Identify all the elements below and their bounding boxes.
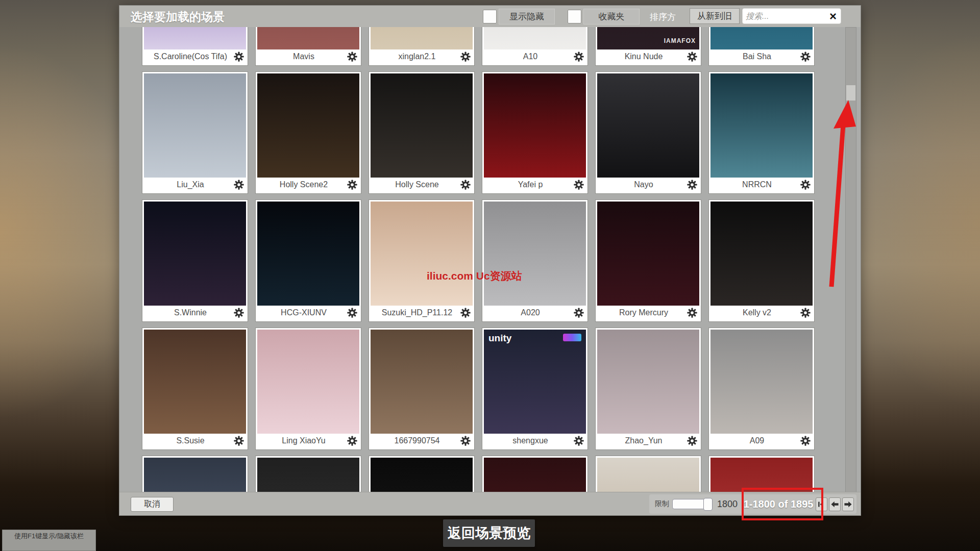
- show-hidden-label[interactable]: 显示隐藏: [499, 9, 555, 24]
- scene-thumbnail[interactable]: [257, 202, 359, 306]
- gear-icon[interactable]: [233, 51, 244, 62]
- scene-thumbnail[interactable]: [710, 202, 813, 306]
- first-page-button[interactable]: [816, 497, 827, 511]
- scene-card[interactable]: S.Caroline(Cos Tifa): [142, 27, 248, 66]
- gear-icon[interactable]: [233, 307, 244, 318]
- prev-page-button[interactable]: [829, 497, 841, 511]
- scene-card[interactable]: [482, 456, 588, 493]
- scene-thumbnail[interactable]: [144, 73, 246, 178]
- scene-thumbnail[interactable]: [710, 27, 813, 49]
- gear-icon[interactable]: [460, 435, 471, 446]
- gear-icon[interactable]: [687, 435, 698, 446]
- scene-card[interactable]: [255, 456, 361, 493]
- return-scene-preview-button[interactable]: 返回场景预览: [443, 519, 535, 547]
- scene-thumbnail[interactable]: unity: [484, 330, 586, 434]
- scene-thumbnail[interactable]: [597, 202, 699, 306]
- show-hidden-toggle[interactable]: 显示隐藏: [483, 8, 555, 24]
- scene-card[interactable]: Rory Mercury: [595, 199, 701, 322]
- gear-icon[interactable]: [687, 179, 698, 190]
- scene-card[interactable]: Bai Sha: [708, 27, 815, 66]
- search-input[interactable]: [746, 12, 828, 21]
- scene-thumbnail[interactable]: [484, 73, 586, 178]
- scrollbar-thumb[interactable]: [846, 85, 855, 101]
- scene-thumbnail[interactable]: [597, 330, 699, 434]
- scene-thumbnail[interactable]: [257, 458, 359, 493]
- scene-card[interactable]: xinglan2.1: [369, 27, 475, 66]
- favorites-label[interactable]: 收藏夹: [583, 9, 640, 24]
- scene-thumbnail[interactable]: [144, 27, 246, 49]
- gear-icon[interactable]: [347, 179, 358, 190]
- scene-thumbnail[interactable]: [257, 27, 359, 49]
- gear-icon[interactable]: [687, 51, 698, 62]
- scene-thumbnail[interactable]: IAMAFOX: [597, 27, 699, 49]
- gear-icon[interactable]: [800, 307, 811, 318]
- scene-card[interactable]: Ling XiaoYu: [255, 328, 361, 450]
- gear-icon[interactable]: [460, 179, 471, 190]
- scene-card[interactable]: Holly Scene: [369, 71, 475, 194]
- gear-icon[interactable]: [573, 179, 584, 190]
- gear-icon[interactable]: [687, 307, 698, 318]
- cancel-button[interactable]: 取消: [131, 497, 174, 512]
- scene-card[interactable]: A09: [708, 328, 815, 450]
- scene-card[interactable]: Holly Scene2: [255, 71, 361, 194]
- favorites-toggle[interactable]: 收藏夹: [568, 8, 640, 24]
- scene-card[interactable]: [369, 456, 475, 493]
- grid-scrollbar[interactable]: [845, 27, 856, 493]
- scene-card[interactable]: Kelly v2: [708, 199, 815, 322]
- scene-thumbnail[interactable]: [710, 330, 813, 434]
- gear-icon[interactable]: [347, 307, 358, 318]
- scene-thumbnail[interactable]: [371, 202, 473, 306]
- scene-card[interactable]: A10: [482, 27, 588, 66]
- gear-icon[interactable]: [460, 307, 471, 318]
- scene-card[interactable]: A020: [482, 199, 588, 322]
- scene-thumbnail[interactable]: [597, 73, 699, 178]
- gear-icon[interactable]: [233, 179, 244, 190]
- scene-thumbnail[interactable]: [257, 330, 359, 434]
- scene-thumbnail[interactable]: [484, 27, 586, 49]
- gear-icon[interactable]: [573, 307, 584, 318]
- search-box[interactable]: ×: [742, 8, 841, 24]
- scene-thumbnail[interactable]: [484, 202, 586, 306]
- scene-thumbnail[interactable]: [371, 27, 473, 49]
- sort-order-button[interactable]: 从新到旧: [690, 8, 740, 24]
- scene-card[interactable]: Suzuki_HD_P11.12: [369, 199, 475, 322]
- limit-slider-thumb[interactable]: [703, 498, 713, 511]
- gear-icon[interactable]: [233, 435, 244, 446]
- gear-icon[interactable]: [347, 435, 358, 446]
- gear-icon[interactable]: [347, 51, 358, 62]
- scene-card[interactable]: HCG-XIUNV: [255, 199, 361, 322]
- scene-card[interactable]: unityshengxue: [482, 328, 588, 450]
- scene-thumbnail[interactable]: [597, 458, 699, 493]
- gear-icon[interactable]: [800, 51, 811, 62]
- scene-card[interactable]: Nayo: [595, 71, 701, 194]
- scene-card[interactable]: S.Susie: [142, 328, 248, 450]
- scene-card[interactable]: Zhao_Yun: [595, 328, 701, 450]
- scene-thumbnail[interactable]: [710, 73, 813, 178]
- gear-icon[interactable]: [800, 435, 811, 446]
- scene-thumbnail[interactable]: [371, 73, 473, 178]
- scene-card[interactable]: [142, 456, 248, 493]
- clear-search-icon[interactable]: ×: [828, 10, 838, 22]
- gear-icon[interactable]: [460, 51, 471, 62]
- scene-thumbnail[interactable]: [144, 202, 246, 306]
- scene-thumbnail[interactable]: [144, 330, 246, 434]
- next-page-button[interactable]: [842, 497, 854, 511]
- gear-icon[interactable]: [573, 435, 584, 446]
- gear-icon[interactable]: [573, 51, 584, 62]
- scene-card[interactable]: IAMAFOXKinu Nude: [595, 27, 701, 66]
- scene-card[interactable]: [708, 456, 815, 493]
- scene-card[interactable]: Liu_Xia: [142, 71, 248, 194]
- scene-card[interactable]: 1667990754: [369, 328, 475, 450]
- limit-slider[interactable]: [672, 499, 712, 509]
- gear-icon[interactable]: [800, 179, 811, 190]
- scene-card[interactable]: S.Winnie: [142, 199, 248, 322]
- scene-thumbnail[interactable]: [371, 330, 473, 434]
- scene-thumbnail[interactable]: [710, 458, 813, 493]
- scene-card[interactable]: Mavis: [255, 27, 361, 66]
- scene-card[interactable]: [595, 456, 701, 493]
- scene-thumbnail[interactable]: [484, 458, 586, 493]
- scene-thumbnail[interactable]: [257, 73, 359, 178]
- scene-card[interactable]: NRRCN: [708, 71, 815, 194]
- show-hidden-checkbox[interactable]: [483, 10, 497, 23]
- scene-card[interactable]: Yafei p: [482, 71, 588, 194]
